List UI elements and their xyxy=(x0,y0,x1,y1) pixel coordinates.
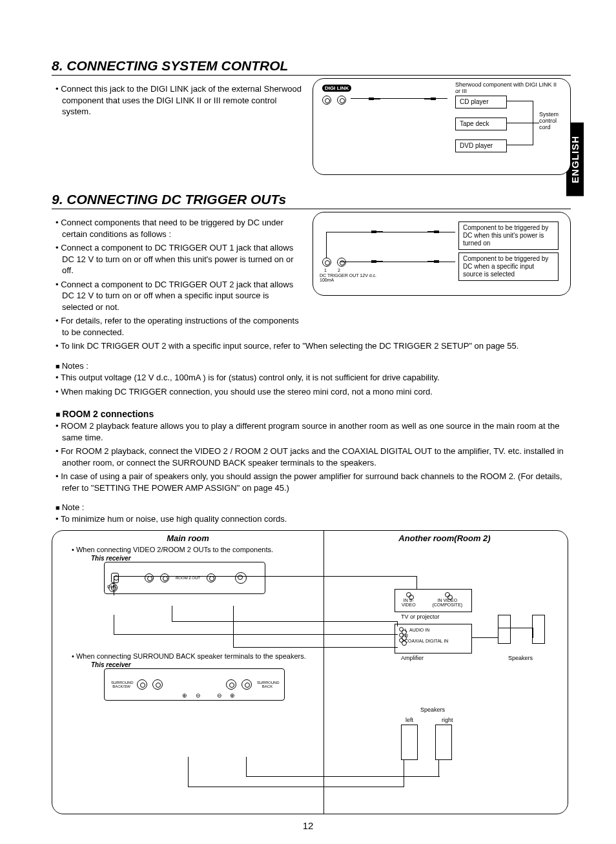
tv-in1: IN S-VIDEO xyxy=(402,598,416,607)
section-8-bullets: Connect this jack to the DIGI LINK jack … xyxy=(56,83,302,118)
section-8-title: 8. CONNECTING SYSTEM CONTROL xyxy=(52,58,571,76)
tv-label: TV or projector xyxy=(401,613,440,620)
speaker-icon xyxy=(435,725,452,760)
jack-icon xyxy=(399,633,404,637)
jack-icon xyxy=(399,627,404,632)
note2-list: To minimize hum or noise, use high quali… xyxy=(56,513,571,525)
caption: When connecting SURROUND BACK speaker te… xyxy=(76,652,306,660)
divider xyxy=(323,531,324,814)
fig9-box2: Component to be triggered by DC when a s… xyxy=(458,252,559,281)
speaker-icon xyxy=(532,615,545,644)
jack-icon xyxy=(337,96,346,105)
amp-label: Amplifier xyxy=(401,655,424,661)
plug-icon xyxy=(423,97,436,101)
fig8-header: Sherwood component with DIGI LINK II or … xyxy=(455,81,559,94)
bullet: For details, refer to the operating inst… xyxy=(56,315,302,338)
section-9-full-bullet: To link DC TRIGGER OUT 2 with a specific… xyxy=(56,340,571,352)
bullet: Connect a component to DC TRIGGER OUT 1 … xyxy=(56,242,302,276)
page: ENGLISH 8. CONNECTING SYSTEM CONTROL Con… xyxy=(0,0,616,844)
sb-label: SURROUND BACK xyxy=(257,681,278,688)
speakers-label2: Speakers xyxy=(420,706,445,713)
bullet: When making DC TRIGGER connection, you s… xyxy=(56,386,571,398)
main-room-title: Main room xyxy=(52,533,323,543)
amp-box: L AUDIO IN R COAXIAL DIGITAL IN xyxy=(395,624,472,654)
speaker-icon xyxy=(498,615,511,644)
jack-icon xyxy=(399,638,404,643)
bullet: In case of using a pair of speakers only… xyxy=(56,471,571,493)
jack-icon xyxy=(406,592,411,597)
room2-heading: ROOM 2 connections xyxy=(56,409,571,419)
fig9-box1: Component to be triggered by DC when thi… xyxy=(458,221,559,250)
tv-box: IN S-VIDEO IN VIDEO (COMPOSITE) xyxy=(395,589,472,612)
jack-icon xyxy=(108,583,118,592)
plug-icon xyxy=(369,97,382,101)
jack-icon xyxy=(145,573,154,582)
section-9-title: 9. CONNECTING DC TRIGGER OUTs xyxy=(52,192,571,209)
digilink-badge: DIGI LINK xyxy=(322,85,351,92)
bullet: ROOM 2 playback feature allows you to pl… xyxy=(56,420,571,443)
jack-icon xyxy=(322,96,331,105)
section-9-row: Connect components that need to be trigg… xyxy=(52,212,571,340)
jack-icon xyxy=(111,573,119,583)
caption: When connecting VIDEO 2/ROOM 2 OUTs to t… xyxy=(76,546,273,553)
left-label: left xyxy=(406,717,413,723)
jack-icon xyxy=(235,572,247,584)
bullet: Connect components that need to be trigg… xyxy=(56,217,302,240)
terminal-icon xyxy=(241,679,252,690)
amp-coax: COAXIAL DIGITAL IN xyxy=(405,639,448,643)
amp-in: AUDIO IN xyxy=(409,628,429,632)
receiver-box-1: OUT ROOM 2 OUT xyxy=(104,562,265,594)
plug-icon xyxy=(426,260,439,263)
jack-num: 1 xyxy=(324,268,327,273)
figure-8: DIGI LINK Sherwood component with DIGI L… xyxy=(313,78,571,175)
fig8-item: DVD player xyxy=(455,139,507,152)
right-label: right xyxy=(442,717,453,723)
plug-icon xyxy=(371,260,384,263)
this-receiver-label: This receiver xyxy=(91,661,323,668)
jack-icon xyxy=(207,573,216,582)
figure-9: 1 2 DC TRIGGER OUT 12V d.c. 100mA Compon… xyxy=(313,212,571,296)
fig8-item: Tape deck xyxy=(455,118,507,130)
jack-icon xyxy=(322,258,331,267)
bullet: Connect this jack to the DIGI LINK jack … xyxy=(56,83,302,118)
speaker-icon xyxy=(401,725,418,760)
jack-num: 2 xyxy=(338,268,340,273)
terminal-icon xyxy=(137,679,147,690)
room2-bullets: ROOM 2 playback feature allows you to pl… xyxy=(56,420,571,493)
jack-icon xyxy=(445,592,450,597)
bullet: To link DC TRIGGER OUT 2 with a specific… xyxy=(56,340,571,352)
other-room-title: Another room(Room 2) xyxy=(330,533,559,543)
figure-room: Main room • When connecting VIDEO 2/ROOM… xyxy=(52,530,568,814)
terminal-icon xyxy=(152,679,163,690)
fig8-item: CD player xyxy=(455,96,507,108)
page-number: 12 xyxy=(0,820,616,831)
tv-in2: IN VIDEO (COMPOSITE) xyxy=(432,598,462,607)
plug-icon xyxy=(371,230,384,234)
bullet: For ROOM 2 playback, connect the VIDEO 2… xyxy=(56,446,571,468)
section-8-row: Connect this jack to the DIGI LINK jack … xyxy=(52,78,571,175)
notes-heading: Notes : xyxy=(56,361,571,371)
bullet: Connect a component to DC TRIGGER OUT 2 … xyxy=(56,279,302,313)
bullet: This output voltage (12 V d.c., 100mA ) … xyxy=(56,372,571,384)
jack-icon xyxy=(160,573,169,582)
terminal-icon xyxy=(226,679,236,690)
plug-icon xyxy=(426,230,439,234)
sb-label: SURROUND BACK/SW xyxy=(111,681,132,688)
this-receiver-label: This receiver xyxy=(91,555,323,562)
section-9-bullets: Connect components that need to be trigg… xyxy=(56,217,302,338)
notes-list: This output voltage (12 V d.c., 100mA ) … xyxy=(56,372,571,397)
bullet: To minimize hum or noise, use high quali… xyxy=(56,513,571,525)
receiver-box-2: SURROUND BACK/SW SURROUND BACK ⊕ ⊖ ⊖ ⊕ xyxy=(104,668,285,701)
jack-caption: DC TRIGGER OUT 12V d.c. 100mA xyxy=(320,273,378,282)
jack-icon xyxy=(337,258,346,267)
note2-heading: Note : xyxy=(56,502,571,512)
speakers-label: Speakers xyxy=(508,655,533,661)
fig8-side-label: System control cord xyxy=(539,111,565,130)
